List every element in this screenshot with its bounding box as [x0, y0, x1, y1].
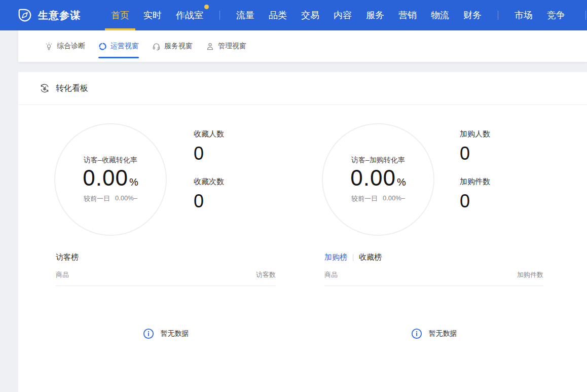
- list-tab-visitor-rank[interactable]: 访客榜: [56, 253, 79, 262]
- list-header: 商品 访客数: [56, 270, 276, 279]
- nav-item-competition-label: 竞争: [547, 9, 565, 21]
- column-visitor-count: 访客数: [256, 270, 276, 279]
- metric-favorite-users: 收藏人数 0: [194, 129, 224, 164]
- nav-divider: [498, 11, 498, 20]
- metric-value: 0: [194, 143, 224, 164]
- empty-state: 暂无数据: [56, 328, 276, 339]
- nav-item-war-room[interactable]: 作战室: [169, 0, 210, 30]
- card-header: 转化看板: [18, 72, 587, 105]
- favorite-conversion-section: 访客–收藏转化率 0.00 % 较前一日 0.00%– 收藏人数 0 收藏次数 …: [18, 123, 303, 236]
- nav-item-logistics-label: 物流: [431, 9, 449, 21]
- metric-value: 0: [460, 191, 490, 211]
- nav-item-finance-label: 财务: [463, 9, 482, 21]
- metric-label: 加购件数: [460, 177, 490, 187]
- tab-operations-view[interactable]: 运营视窗: [98, 30, 139, 62]
- list-tabs: 加购榜 收藏榜: [324, 253, 543, 262]
- nav-item-content[interactable]: 内容: [326, 0, 359, 30]
- compare-value: 0.00%–: [115, 194, 137, 203]
- nav-item-trade[interactable]: 交易: [294, 0, 326, 30]
- nav-item-market[interactable]: 市场: [507, 0, 540, 30]
- visitor-favorite-gauge: 访客–收藏转化率 0.00 % 较前一日 0.00%–: [54, 123, 167, 236]
- gauge-title: 访客–加购转化率: [351, 156, 405, 165]
- nav-item-realtime-label: 实时: [143, 9, 162, 21]
- conversion-dashboard-card: 转化看板 访客–收藏转化率 0.00 % 较前一日 0.00%– 收藏人数 0: [18, 72, 587, 392]
- currency-cycle-icon: [40, 83, 50, 93]
- brand-name: 生意参谋: [38, 9, 81, 22]
- cart-conversion-section: 访客–加购转化率 0.00 % 较前一日 0.00%– 加购人数 0 加购件数 …: [303, 123, 587, 236]
- view-tabbar: 综合诊断 运营视窗 服务视窗 管理视窗: [18, 30, 587, 62]
- compare-label: 较前一日: [351, 194, 378, 203]
- nav-item-service[interactable]: 服务: [359, 0, 391, 30]
- list-header: 商品 加购件数: [324, 270, 543, 279]
- brand[interactable]: 生意参谋: [17, 8, 81, 23]
- tab-label: 管理视窗: [218, 42, 246, 51]
- list-tab-favorite-rank[interactable]: 收藏榜: [359, 253, 382, 262]
- sync-icon: [98, 42, 107, 51]
- list-tab-separator: [353, 254, 353, 261]
- nav-item-marketing[interactable]: 营销: [391, 0, 424, 30]
- nav-item-home[interactable]: 首页: [104, 0, 136, 30]
- nav-item-war-room-label: 作战室: [176, 9, 203, 21]
- nav-item-category[interactable]: 品类: [262, 0, 294, 30]
- metric-cart-users: 加购人数 0: [460, 129, 490, 164]
- compare-label: 较前一日: [84, 194, 110, 203]
- list-tab-cart-rank[interactable]: 加购榜: [324, 253, 347, 262]
- diagnosis-icon: [45, 42, 53, 51]
- empty-text: 暂无数据: [429, 329, 457, 338]
- column-product: 商品: [56, 270, 69, 279]
- nav-menu: 首页 实时 作战室 流量 品类 交易 内容 服务 营销 物流 财务 市场 竞争: [104, 0, 587, 30]
- tab-label: 服务视窗: [164, 42, 193, 51]
- tab-label: 综合诊断: [57, 42, 85, 51]
- tab-comprehensive-diagnosis[interactable]: 综合诊断: [45, 30, 85, 62]
- column-cart-items: 加购件数: [517, 270, 543, 279]
- metric-value: 0: [460, 143, 490, 164]
- empty-state: 暂无数据: [324, 328, 543, 339]
- nav-item-realtime[interactable]: 实时: [136, 0, 169, 30]
- list-divider: [324, 286, 543, 286]
- tab-management-view[interactable]: 管理视窗: [206, 30, 246, 62]
- nav-item-competition[interactable]: 竞争: [540, 0, 572, 30]
- cart-ranking-list: 加购榜 收藏榜 商品 加购件数 暂无数据: [324, 253, 543, 339]
- nav-item-traffic[interactable]: 流量: [229, 0, 262, 30]
- panel-title: 转化看板: [56, 83, 88, 94]
- gauge-compare: 较前一日 0.00%–: [351, 194, 405, 203]
- nav-item-category-label: 品类: [269, 9, 287, 21]
- metric-label: 加购人数: [460, 129, 490, 139]
- metric-value: 0: [194, 191, 224, 211]
- brand-logo-icon: [17, 8, 32, 23]
- visitor-cart-gauge: 访客–加购转化率 0.00 % 较前一日 0.00%–: [322, 123, 434, 236]
- gauge-value: 0.00 %: [83, 166, 138, 190]
- empty-text: 暂无数据: [161, 329, 189, 338]
- top-navbar: 生意参谋 首页 实时 作战室 流量 品类 交易 内容 服务 营销 物流 财务 市…: [0, 0, 587, 30]
- info-icon: [143, 328, 154, 339]
- gauges-row: 访客–收藏转化率 0.00 % 较前一日 0.00%– 收藏人数 0 收藏次数 …: [18, 105, 587, 236]
- nav-item-logistics[interactable]: 物流: [424, 0, 456, 30]
- gauge-compare: 较前一日 0.00%–: [84, 194, 137, 203]
- gauge-value: 0.00 %: [350, 166, 406, 190]
- notification-dot: [204, 5, 209, 9]
- visitor-ranking-list: 访客榜 商品 访客数 暂无数据: [56, 253, 276, 339]
- metric-cart-items: 加购件数 0: [460, 177, 490, 211]
- tab-service-view[interactable]: 服务视窗: [152, 30, 193, 62]
- metric-label: 收藏次数: [194, 177, 224, 187]
- nav-item-market-label: 市场: [515, 9, 533, 21]
- ranking-lists-row: 访客榜 商品 访客数 暂无数据 加购榜: [18, 253, 587, 339]
- metric-favorite-times: 收藏次数 0: [194, 177, 224, 211]
- column-product: 商品: [324, 270, 338, 279]
- cart-metrics: 加购人数 0 加购件数 0: [460, 123, 490, 236]
- nav-item-home-label: 首页: [111, 9, 129, 21]
- list-tabs: 访客榜: [56, 253, 276, 262]
- nav-item-marketing-label: 营销: [398, 9, 417, 21]
- nav-divider: [219, 11, 220, 20]
- gauge-title: 访客–收藏转化率: [84, 156, 137, 165]
- nav-item-content-label: 内容: [334, 9, 352, 21]
- person-icon: [206, 42, 214, 51]
- info-icon: [411, 328, 422, 339]
- nav-divider: [585, 11, 586, 20]
- nav-item-finance[interactable]: 财务: [456, 0, 489, 30]
- metric-label: 收藏人数: [194, 129, 224, 139]
- nav-item-service-label: 服务: [366, 9, 384, 21]
- nav-item-trade-label: 交易: [301, 9, 319, 21]
- nav-item-traffic-label: 流量: [236, 9, 254, 21]
- favorite-metrics: 收藏人数 0 收藏次数 0: [194, 123, 224, 236]
